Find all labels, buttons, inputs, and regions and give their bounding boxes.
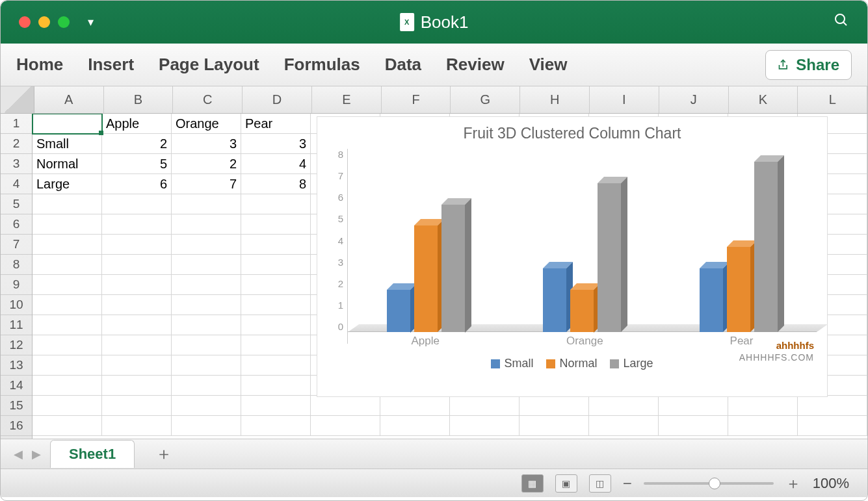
cell[interactable] [102,295,172,315]
cell[interactable] [172,235,241,255]
close-icon[interactable] [19,16,31,28]
cell-d4[interactable]: 8 [241,174,311,194]
col-header[interactable]: G [451,86,520,113]
tab-page-layout[interactable]: Page Layout [159,55,259,75]
cell[interactable] [102,275,172,295]
tab-insert[interactable]: Insert [88,55,134,75]
cell-d3[interactable]: 4 [241,154,311,174]
col-header[interactable]: C [173,86,243,113]
cell[interactable] [241,235,311,255]
cell[interactable] [102,355,172,376]
cell[interactable] [241,255,311,275]
chart-object[interactable]: Fruit 3D Clustered Column Chart 8 7 6 5 … [317,116,828,397]
cell[interactable] [33,275,102,295]
cell[interactable] [311,396,380,416]
zoom-out-icon[interactable]: − [623,474,632,493]
cell[interactable] [102,335,172,355]
col-header[interactable]: D [243,86,312,113]
row-header[interactable]: 10 [1,295,32,315]
cell[interactable] [33,396,102,416]
cell[interactable] [519,396,589,416]
cell[interactable] [33,295,102,315]
cell-c4[interactable]: 7 [172,174,241,194]
view-page-break-icon[interactable]: ◫ [589,474,611,493]
customize-toolbar-icon[interactable]: ▾ [88,15,94,29]
cell[interactable] [172,295,241,315]
cell[interactable] [380,416,450,436]
row-header[interactable]: 2 [1,134,32,154]
col-header[interactable]: J [659,86,729,113]
cell[interactable] [798,396,867,416]
cell-b1[interactable]: Apple [102,114,172,134]
cell[interactable] [450,416,519,436]
row-header[interactable]: 13 [1,355,32,376]
col-header[interactable]: F [382,86,451,113]
cell[interactable] [241,275,311,295]
cell[interactable] [172,315,241,335]
add-sheet-icon[interactable]: ＋ [144,443,184,465]
cell[interactable] [241,335,311,355]
cell[interactable] [241,376,311,396]
row-header[interactable]: 3 [1,154,32,174]
row-header[interactable]: 1 [1,114,32,134]
cell[interactable] [172,275,241,295]
cell[interactable] [798,416,867,436]
cell[interactable] [659,396,728,416]
cell-b4[interactable]: 6 [102,174,172,194]
cell[interactable] [102,255,172,275]
zoom-thumb[interactable] [709,478,720,489]
tab-review[interactable]: Review [446,55,505,75]
cell[interactable] [33,335,102,355]
row-header[interactable]: 15 [1,396,32,416]
search-icon[interactable] [834,12,849,32]
cell[interactable] [519,416,589,436]
cell[interactable] [172,396,241,416]
cell[interactable] [102,194,172,214]
cell[interactable] [659,416,728,436]
cell-d2[interactable]: 3 [241,134,311,154]
sheet-nav-prev-icon[interactable]: ◀ [14,447,23,461]
cell[interactable] [102,376,172,396]
cell-a1[interactable] [33,114,102,134]
sheet-nav-next-icon[interactable]: ▶ [32,447,41,461]
cell[interactable] [33,255,102,275]
cell-a3[interactable]: Normal [33,154,102,174]
col-header[interactable]: I [590,86,659,113]
cell[interactable] [102,315,172,335]
cell[interactable] [450,396,519,416]
col-header[interactable]: H [520,86,590,113]
cell[interactable] [380,396,450,416]
row-header[interactable]: 14 [1,376,32,396]
cell-a4[interactable]: Large [33,174,102,194]
cell[interactable] [33,355,102,376]
zoom-percentage[interactable]: 100% [813,475,849,492]
cell[interactable] [728,416,798,436]
zoom-in-icon[interactable]: ＋ [785,473,801,494]
cell[interactable] [728,396,798,416]
cell[interactable] [172,255,241,275]
cell-b2[interactable]: 2 [102,134,172,154]
tab-home[interactable]: Home [16,55,63,75]
cell[interactable] [241,416,311,436]
cell[interactable] [102,396,172,416]
cell[interactable] [172,194,241,214]
share-button[interactable]: Share [765,50,852,80]
cell[interactable] [241,214,311,235]
cell[interactable] [33,376,102,396]
minimize-icon[interactable] [38,16,50,28]
cell[interactable] [589,396,659,416]
row-header[interactable]: 16 [1,416,32,436]
row-header[interactable]: 5 [1,194,32,214]
select-all-corner[interactable] [1,86,34,113]
view-page-layout-icon[interactable]: ▣ [555,474,577,493]
cell[interactable] [172,214,241,235]
cell[interactable] [172,355,241,376]
col-header[interactable]: L [798,86,867,113]
cell[interactable] [172,376,241,396]
col-header[interactable]: K [729,86,798,113]
cell[interactable] [241,355,311,376]
col-header[interactable]: A [34,86,104,113]
zoom-slider[interactable] [644,482,774,485]
cell[interactable] [33,214,102,235]
cell[interactable] [172,335,241,355]
